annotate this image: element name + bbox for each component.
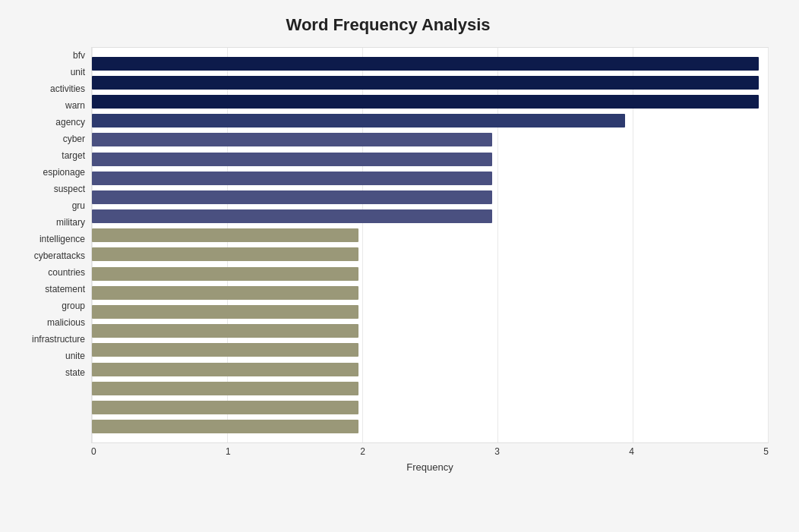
- y-axis-label: bfv: [73, 47, 85, 64]
- bar-row: [92, 93, 759, 110]
- bar: [92, 153, 492, 166]
- chart-title: Word Frequency Analysis: [8, 15, 769, 35]
- x-ticks: 012345: [91, 446, 769, 457]
- chart-area: bfvunitactivitieswarnagencycybertargetes…: [8, 47, 769, 473]
- grid-line: [768, 48, 769, 442]
- y-axis-label: warn: [65, 97, 85, 114]
- bar: [92, 190, 492, 204]
- x-tick: 4: [629, 446, 634, 457]
- bar: [92, 57, 759, 71]
- bar-row: [92, 285, 759, 301]
- bar: [92, 286, 358, 300]
- x-tick: 2: [360, 446, 365, 457]
- y-axis-label: cyber: [63, 131, 85, 147]
- bar-row: [92, 170, 759, 187]
- bar: [92, 382, 358, 395]
- bar-row: [92, 189, 759, 206]
- bar: [92, 76, 759, 90]
- bar-row: [92, 399, 759, 416]
- bar: [92, 420, 358, 433]
- bar: [92, 95, 759, 109]
- bar-row: [92, 151, 759, 168]
- bar-row: [92, 323, 759, 339]
- bar-row: [92, 361, 759, 378]
- y-axis-label: unit: [71, 64, 85, 80]
- bar-row: [92, 208, 759, 225]
- bar: [92, 401, 358, 414]
- bar-row: [92, 112, 759, 129]
- bar: [92, 363, 358, 376]
- y-axis-label: state: [65, 364, 85, 381]
- x-tick: 1: [226, 446, 231, 457]
- y-axis-label: gru: [72, 197, 85, 214]
- y-axis-label: espionage: [43, 164, 85, 181]
- bar: [92, 267, 358, 281]
- bar: [92, 133, 492, 146]
- bar-row: [92, 266, 759, 282]
- x-tick: 5: [763, 446, 769, 457]
- x-axis-label: Frequency: [91, 461, 769, 473]
- y-axis-label: target: [62, 147, 85, 164]
- bar: [92, 228, 358, 242]
- bar-row: [92, 380, 759, 397]
- bar-row: [92, 227, 759, 244]
- bars-section: [91, 47, 769, 443]
- bar: [92, 209, 492, 223]
- bar-row: [92, 304, 759, 320]
- y-axis-label: cyberattacks: [34, 247, 85, 264]
- y-axis-label: agency: [55, 114, 85, 131]
- bar-row: [92, 418, 759, 435]
- bar: [92, 114, 625, 127]
- y-axis-label: intelligence: [39, 231, 85, 247]
- y-axis-label: activities: [50, 80, 85, 97]
- y-axis: bfvunitactivitieswarnagencycybertargetes…: [8, 47, 91, 381]
- bar: [92, 324, 358, 338]
- bar: [92, 247, 358, 261]
- bar-row: [92, 246, 759, 263]
- x-tick: 3: [494, 446, 500, 457]
- y-axis-label: unite: [65, 348, 85, 364]
- bar: [92, 172, 492, 185]
- y-axis-label: countries: [48, 264, 85, 281]
- bar-row: [92, 74, 759, 91]
- y-axis-label: infrastructure: [32, 331, 85, 348]
- y-axis-label: malicious: [47, 314, 85, 331]
- chart-container: Word Frequency Analysis bfvunitactivitie…: [0, 0, 799, 532]
- bar-row: [92, 342, 759, 358]
- x-tick: 0: [91, 446, 96, 457]
- bar: [92, 305, 358, 319]
- bar-row: [92, 55, 759, 72]
- bar: [92, 343, 358, 357]
- y-axis-label: group: [62, 297, 85, 314]
- bar-row: [92, 131, 759, 148]
- bars-and-xaxis: 012345 Frequency: [91, 47, 769, 473]
- y-axis-label: statement: [45, 281, 85, 297]
- x-axis: 012345 Frequency: [91, 446, 769, 473]
- y-axis-label: military: [56, 214, 85, 231]
- y-axis-label: suspect: [54, 181, 85, 197]
